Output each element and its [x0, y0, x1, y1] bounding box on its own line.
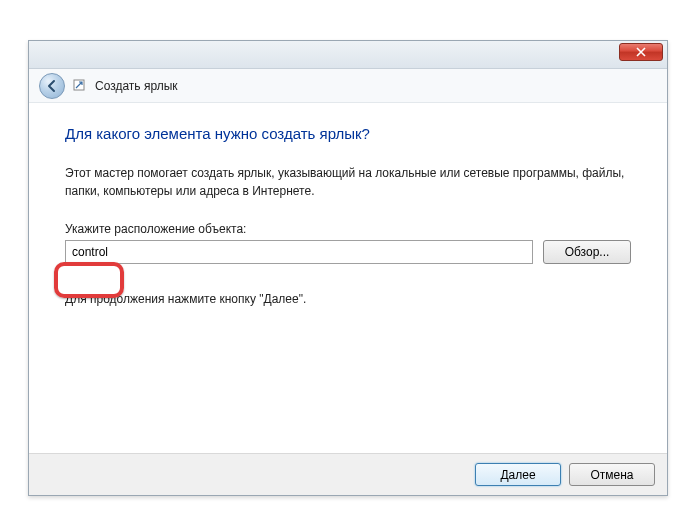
content-area: Для какого элемента нужно создать ярлык?… — [29, 103, 667, 453]
location-label: Укажите расположение объекта: — [65, 222, 631, 236]
back-arrow-icon — [45, 79, 59, 93]
cancel-button[interactable]: Отмена — [569, 463, 655, 486]
input-row: Обзор... — [65, 240, 631, 264]
header-row: Создать ярлык — [29, 69, 667, 103]
next-button[interactable]: Далее — [475, 463, 561, 486]
wizard-window: Создать ярлык Для какого элемента нужно … — [28, 40, 668, 496]
back-button[interactable] — [39, 73, 65, 99]
continue-text: Для продолжения нажмите кнопку "Далее". — [65, 292, 631, 306]
shortcut-icon — [73, 79, 87, 93]
header-title: Создать ярлык — [95, 79, 178, 93]
titlebar — [29, 41, 667, 69]
main-heading: Для какого элемента нужно создать ярлык? — [65, 125, 631, 142]
browse-button[interactable]: Обзор... — [543, 240, 631, 264]
close-button[interactable] — [619, 43, 663, 61]
footer: Далее Отмена — [29, 453, 667, 495]
location-input[interactable] — [65, 240, 533, 264]
close-icon — [636, 47, 646, 57]
description-text: Этот мастер помогает создать ярлык, указ… — [65, 164, 631, 200]
